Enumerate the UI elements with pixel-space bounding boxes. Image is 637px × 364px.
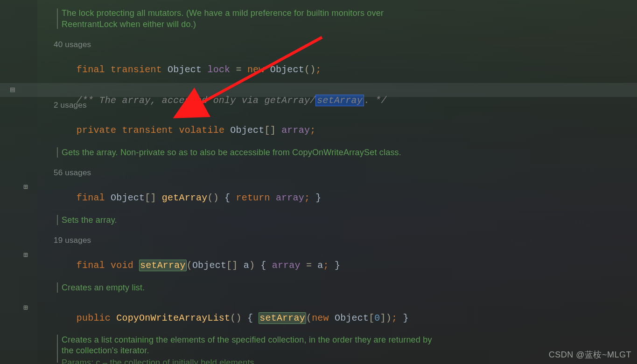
field-array: array [281, 125, 310, 136]
keyword-final: final [77, 260, 105, 271]
doc-params: Params: c – the collection of initially … [62, 357, 254, 364]
brace-close: } [315, 192, 321, 203]
keyword-volatile: volatile [179, 125, 224, 136]
field-lock: lock [207, 64, 230, 75]
type-object: Object [270, 64, 304, 75]
doc-text: Gets the array. Non-private so as to als… [62, 147, 401, 158]
code-line-getarray[interactable]: final Object[] getArray() { return array… [54, 181, 322, 215]
brace-open: { [247, 313, 253, 323]
ctor-name: CopyOnWriteArrayList [116, 313, 230, 323]
doc-text: the collection's iterator. [62, 345, 149, 356]
doc-border [57, 215, 58, 225]
method-setarray-highlight: setArray [259, 312, 306, 324]
usages-hint[interactable]: 2 usages [54, 100, 87, 111]
doc-border [57, 335, 58, 363]
keyword-final: final [77, 192, 105, 203]
semicolon: ; [304, 192, 310, 203]
usages-hint[interactable]: 56 usages [54, 167, 91, 179]
comment-text: /** The array, accessed only via getArra… [77, 95, 315, 106]
doc-text: ReentrantLock when either will do.) [62, 19, 196, 30]
editor-content[interactable]: The lock protecting all mutators. (We ha… [0, 0, 637, 364]
doc-text: Creates a list containing the elements o… [62, 334, 432, 345]
array-brackets: [] [265, 125, 276, 136]
semicolon: ; [315, 64, 321, 75]
watermark: CSDN @蓝桉~MLGT [549, 349, 631, 360]
type-object: Object [168, 64, 202, 75]
keyword-return: return [236, 192, 270, 203]
parens: () [207, 192, 218, 203]
selected-text: setArray [315, 95, 364, 106]
keyword-private: private [77, 125, 116, 136]
parens: () [230, 313, 241, 323]
type-object: Object [230, 125, 264, 136]
doc-border [57, 147, 58, 158]
comment-text: . */ [364, 95, 387, 106]
brace-close: } [335, 260, 340, 271]
field-array: array [272, 260, 301, 271]
keyword-new: new [312, 313, 329, 323]
doc-text: Creates an empty list. [62, 282, 145, 293]
paren-open: ( [187, 260, 192, 271]
type-object: Object [192, 260, 226, 271]
doc-border [57, 282, 58, 293]
brace-close: } [403, 313, 408, 323]
equals: = [301, 260, 318, 271]
semicolon: ; [392, 313, 397, 323]
keyword-public: public [77, 313, 111, 323]
type-object: Object [335, 313, 369, 323]
method-setarray-highlight: setArray [139, 260, 187, 271]
doc-border [57, 8, 58, 29]
semicolon: ; [323, 260, 329, 271]
keyword-transient: transient [111, 64, 162, 75]
doc-text: The lock protecting all mutators. (We ha… [62, 7, 384, 19]
paren-close: ) [249, 260, 255, 271]
keyword-void: void [111, 260, 133, 271]
param-a: a [317, 260, 323, 271]
code-line-lock-decl[interactable]: final transient Object lock = new Object… [54, 53, 322, 87]
array-brackets: [] [226, 260, 238, 271]
code-line-array-javadoc[interactable]: /** The array, accessed only via getArra… [54, 84, 387, 117]
parens: () [304, 64, 315, 75]
usages-hint[interactable]: 40 usages [54, 39, 91, 50]
code-line-setarray[interactable]: final void setArray(Object[] a) { array … [54, 249, 340, 282]
semicolon: ; [310, 125, 315, 136]
type-object: Object [111, 192, 145, 203]
code-line-ctor[interactable]: public CopyOnWriteArrayList() { setArray… [54, 302, 409, 335]
brace-open: { [224, 192, 230, 203]
code-line-array-decl[interactable]: private transient volatile Object[] arra… [54, 114, 315, 147]
paren-close: ) [386, 313, 392, 323]
usages-hint[interactable]: 19 usages [54, 235, 91, 246]
literal-zero: 0 [374, 313, 380, 323]
keyword-final: final [77, 64, 105, 75]
paren-open: ( [306, 313, 312, 323]
doc-text: Sets the array. [62, 214, 117, 226]
equals: = [230, 64, 247, 75]
param-a: a [244, 260, 249, 271]
field-array: array [276, 192, 304, 203]
brace-open: { [260, 260, 266, 271]
keyword-transient: transient [122, 125, 173, 136]
keyword-new: new [247, 64, 265, 75]
method-getarray: getArray [162, 192, 208, 203]
array-brackets: [] [145, 192, 156, 203]
